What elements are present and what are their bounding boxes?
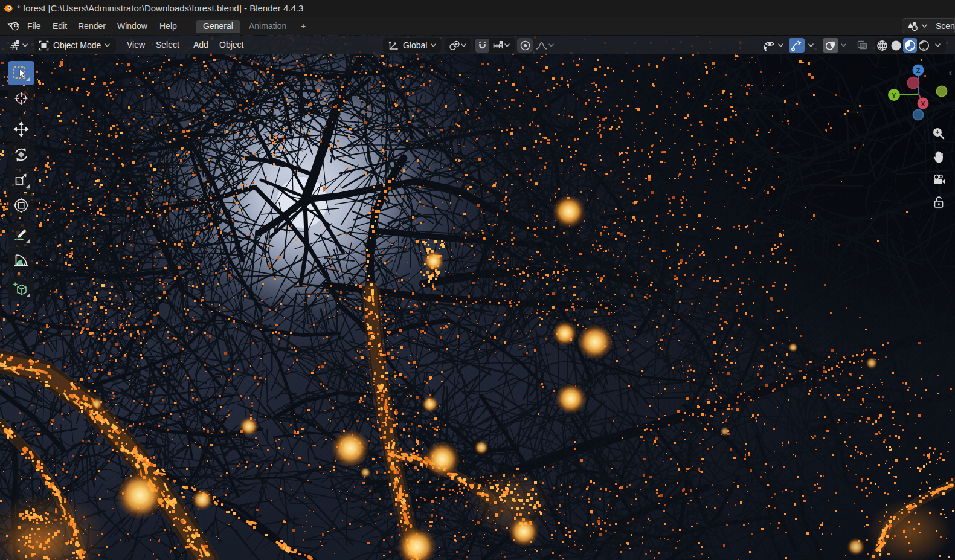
svg-text:Y: Y (892, 92, 896, 99)
svg-text:Z: Z (916, 67, 921, 74)
svg-text:X: X (921, 100, 925, 108)
